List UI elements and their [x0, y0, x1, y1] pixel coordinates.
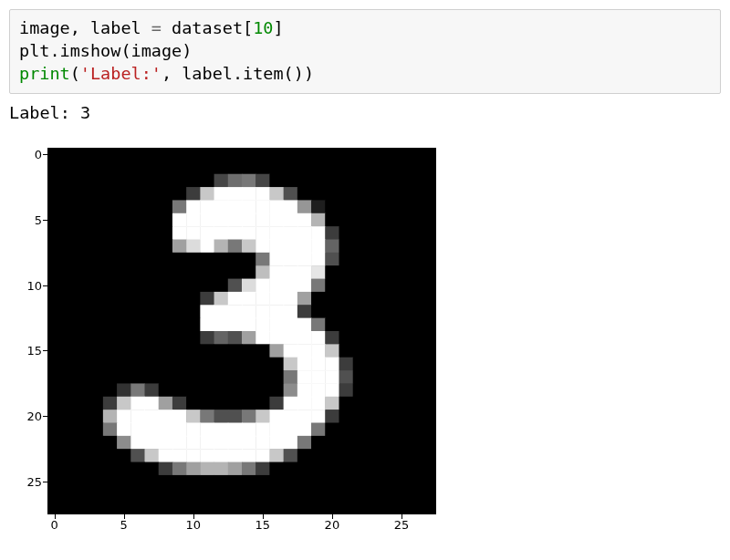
- svg-rect-144: [103, 213, 118, 227]
- svg-rect-398: [130, 331, 145, 345]
- svg-rect-755: [422, 488, 436, 502]
- svg-rect-98: [242, 187, 256, 201]
- svg-rect-159: [311, 213, 326, 227]
- svg-rect-498: [353, 370, 368, 384]
- svg-rect-558: [409, 397, 423, 410]
- svg-rect-33: [117, 161, 131, 174]
- svg-rect-502: [409, 370, 423, 384]
- svg-rect-232: [159, 253, 173, 266]
- svg-rect-473: [394, 358, 409, 371]
- svg-rect-513: [172, 383, 187, 397]
- svg-rect-713: [228, 475, 243, 489]
- svg-rect-494: [297, 370, 312, 384]
- svg-rect-111: [422, 187, 436, 201]
- svg-rect-740: [214, 488, 229, 502]
- svg-rect-632: [269, 436, 284, 450]
- svg-rect-277: [394, 265, 409, 279]
- svg-rect-698: [409, 461, 423, 475]
- svg-rect-767: [200, 502, 214, 514]
- ytick-label: 25: [15, 475, 42, 489]
- svg-rect-278: [409, 265, 423, 279]
- svg-rect-337: [61, 305, 76, 318]
- svg-rect-88: [103, 187, 118, 201]
- svg-rect-193: [394, 226, 409, 240]
- svg-rect-158: [297, 213, 312, 227]
- svg-rect-325: [284, 292, 298, 306]
- svg-rect-682: [186, 461, 201, 475]
- svg-rect-761: [117, 502, 131, 514]
- svg-rect-714: [242, 475, 256, 489]
- svg-rect-386: [353, 318, 368, 332]
- svg-rect-405: [228, 331, 243, 345]
- svg-rect-104: [325, 187, 339, 201]
- svg-rect-758: [75, 502, 89, 514]
- svg-rect-639: [367, 436, 381, 450]
- svg-rect-393: [61, 331, 76, 345]
- svg-rect-739: [200, 488, 214, 502]
- svg-rect-474: [409, 358, 423, 371]
- svg-rect-697: [394, 461, 409, 475]
- svg-rect-731: [89, 488, 104, 502]
- svg-rect-89: [117, 187, 131, 201]
- svg-rect-441: [339, 344, 354, 358]
- svg-rect-330: [353, 292, 368, 306]
- svg-rect-643: [422, 436, 436, 450]
- svg-rect-379: [256, 318, 270, 332]
- svg-rect-667: [367, 449, 381, 462]
- svg-rect-481: [117, 370, 131, 384]
- svg-rect-342: [130, 305, 145, 318]
- svg-rect-649: [117, 449, 131, 462]
- svg-rect-720: [325, 475, 339, 489]
- svg-rect-184: [269, 226, 284, 240]
- svg-rect-517: [228, 383, 243, 397]
- svg-rect-192: [381, 226, 395, 240]
- svg-rect-424: [103, 344, 118, 358]
- svg-rect-397: [117, 331, 131, 345]
- svg-rect-684: [214, 461, 229, 475]
- svg-rect-495: [311, 370, 326, 384]
- svg-rect-291: [200, 278, 214, 292]
- svg-rect-5: [117, 148, 131, 161]
- svg-rect-634: [297, 436, 312, 450]
- svg-rect-490: [242, 370, 256, 384]
- svg-rect-59: [89, 174, 104, 188]
- svg-rect-570: [186, 410, 201, 423]
- svg-rect-708: [159, 475, 173, 489]
- svg-rect-734: [130, 488, 145, 502]
- svg-rect-137: [394, 200, 409, 213]
- svg-rect-206: [186, 239, 201, 253]
- svg-rect-286: [130, 278, 145, 292]
- svg-rect-546: [242, 397, 256, 410]
- svg-rect-35: [145, 161, 160, 174]
- svg-rect-769: [228, 502, 243, 514]
- svg-rect-190: [353, 226, 368, 240]
- svg-rect-13: [228, 148, 243, 161]
- svg-rect-103: [311, 187, 326, 201]
- svg-rect-670: [409, 449, 423, 462]
- svg-rect-180: [214, 226, 229, 240]
- svg-rect-544: [214, 397, 229, 410]
- svg-rect-459: [200, 358, 214, 371]
- svg-rect-380: [269, 318, 284, 332]
- svg-rect-699: [422, 461, 436, 475]
- svg-rect-327: [311, 292, 326, 306]
- svg-rect-242: [297, 253, 312, 266]
- svg-rect-202: [130, 239, 145, 253]
- svg-rect-110: [409, 187, 423, 201]
- svg-rect-222: [409, 239, 423, 253]
- svg-rect-702: [75, 475, 89, 489]
- svg-rect-93: [172, 187, 187, 201]
- svg-rect-25: [394, 148, 409, 161]
- svg-rect-685: [228, 461, 243, 475]
- svg-rect-385: [339, 318, 354, 332]
- svg-rect-689: [284, 461, 298, 475]
- svg-rect-139: [422, 200, 436, 213]
- svg-rect-240: [269, 253, 284, 266]
- svg-rect-34: [130, 161, 145, 174]
- svg-rect-269: [284, 265, 298, 279]
- svg-rect-426: [130, 344, 145, 358]
- stdout-output: Label: 3: [9, 103, 721, 122]
- svg-rect-173: [117, 226, 131, 240]
- svg-rect-164: [381, 213, 395, 227]
- svg-rect-654: [186, 449, 201, 462]
